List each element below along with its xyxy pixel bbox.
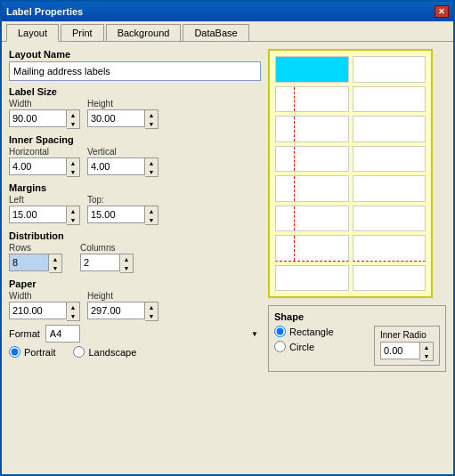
format-row: Format A4 A5 Letter Legal — [9, 325, 261, 343]
label-properties-window: Label Properties ✕ Layout Print Backgrou… — [0, 0, 455, 476]
left-label: Left — [9, 195, 80, 205]
layout-name-input[interactable] — [9, 61, 261, 81]
height-up-btn[interactable]: ▲ — [145, 110, 158, 119]
cols-up-btn[interactable]: ▲ — [120, 254, 133, 263]
inner-spacing-row: Horizontal ▲ ▼ Vertical — [9, 147, 261, 177]
rows-up-btn[interactable]: ▲ — [49, 254, 61, 263]
label-cell-3-1 — [275, 116, 349, 142]
label-size-row: Width ▲ ▼ Height — [9, 99, 261, 129]
top-spinner-btns: ▲ ▼ — [145, 206, 158, 225]
width-up-btn[interactable]: ▲ — [67, 110, 79, 119]
paper-width-up-btn[interactable]: ▲ — [67, 303, 79, 311]
width-field: Width ▲ ▼ — [9, 99, 80, 129]
paper-width-down-btn[interactable]: ▼ — [67, 311, 79, 320]
circle-label[interactable]: Circle — [289, 342, 314, 352]
label-cell-8-2 — [353, 265, 427, 292]
rectangle-radio[interactable] — [274, 326, 286, 337]
tab-database[interactable]: DataBase — [183, 24, 248, 41]
format-select-wrapper: A4 A5 Letter Legal — [45, 325, 261, 343]
label-cell-2-2 — [353, 86, 427, 113]
paper-width-input[interactable] — [9, 302, 67, 319]
v-spacing-input[interactable] — [87, 157, 145, 175]
cols-spinner: ▲ ▼ — [80, 254, 134, 273]
label-cell-5-1 — [275, 175, 349, 202]
top-input[interactable] — [87, 206, 145, 223]
tab-background[interactable]: Background — [106, 24, 182, 41]
cols-input[interactable] — [80, 254, 120, 271]
portrait-radio[interactable] — [9, 346, 20, 358]
margins-row: Left ▲ ▼ Top: — [9, 195, 261, 225]
inner-radio-up-btn[interactable]: ▲ — [420, 343, 433, 351]
paper-width-spinner: ▲ ▼ — [9, 302, 80, 321]
cols-down-btn[interactable]: ▼ — [120, 263, 133, 272]
label-cell-8-1 — [275, 265, 349, 292]
label-cell-4-1 — [275, 146, 349, 173]
inner-radio-box: Inner Radio ▲ ▼ — [374, 326, 440, 366]
rows-label: Rows — [9, 243, 62, 253]
h-spacing-field: Horizontal ▲ ▼ — [9, 147, 80, 177]
tab-layout[interactable]: Layout — [6, 24, 59, 42]
inner-radio-input[interactable] — [380, 342, 420, 359]
width-down-btn[interactable]: ▼ — [67, 119, 79, 128]
width-input[interactable] — [9, 109, 67, 127]
v-spacing-spinner-btns: ▲ ▼ — [145, 157, 158, 177]
paper-label: Paper — [9, 278, 261, 289]
format-select[interactable]: A4 A5 Letter Legal — [45, 325, 80, 343]
landscape-label[interactable]: Landscape — [88, 347, 136, 358]
cols-label: Columns — [80, 243, 134, 253]
layout-name-label: Layout Name — [9, 49, 261, 60]
right-panel: Shape Rectangle Circle Inner Radio — [268, 49, 446, 467]
h-spacing-down-btn[interactable]: ▼ — [67, 167, 79, 176]
portrait-label[interactable]: Portrait — [24, 347, 55, 358]
paper-height-input[interactable] — [87, 302, 145, 319]
paper-width-field: Width ▲ ▼ — [9, 291, 80, 321]
paper-width-spinner-btns: ▲ ▼ — [67, 302, 80, 321]
h-spacing-input[interactable] — [9, 157, 67, 175]
left-up-btn[interactable]: ▲ — [67, 206, 79, 215]
top-down-btn[interactable]: ▼ — [145, 215, 158, 224]
margins-section: Margins Left ▲ ▼ Top: — [9, 182, 261, 225]
label-cell-4-2 — [353, 146, 427, 173]
label-cell-1-2 — [353, 56, 427, 83]
rows-input[interactable] — [9, 254, 49, 271]
tab-bar: Layout Print Background DataBase — [2, 21, 453, 42]
paper-size-row: Width ▲ ▼ Height — [9, 291, 261, 321]
width-label: Width — [9, 99, 80, 109]
rows-down-btn[interactable]: ▼ — [49, 263, 61, 272]
label-cell-7-1 — [275, 235, 349, 262]
rows-field: Rows ▲ ▼ — [9, 243, 62, 273]
paper-height-down-btn[interactable]: ▼ — [145, 311, 158, 320]
content-area: Layout Name Label Size Width ▲ ▼ — [2, 42, 453, 474]
left-input[interactable] — [9, 206, 67, 223]
left-spinner: ▲ ▼ — [9, 206, 80, 225]
tab-print[interactable]: Print — [61, 24, 104, 41]
v-spacing-up-btn[interactable]: ▲ — [145, 158, 158, 167]
inner-radio-down-btn[interactable]: ▼ — [420, 351, 433, 360]
height-down-btn[interactable]: ▼ — [145, 119, 158, 128]
label-preview — [268, 49, 433, 298]
height-input[interactable] — [87, 109, 145, 127]
distribution-label: Distribution — [9, 230, 261, 241]
label-cell-6-1 — [275, 206, 349, 232]
height-spinner-btns: ▲ ▼ — [145, 109, 158, 129]
margins-label: Margins — [9, 182, 261, 193]
h-spacing-up-btn[interactable]: ▲ — [67, 158, 79, 167]
height-label: Height — [87, 99, 158, 109]
paper-height-spinner: ▲ ▼ — [87, 302, 158, 321]
distribution-section: Distribution Rows ▲ ▼ Columns — [9, 230, 261, 273]
paper-height-up-btn[interactable]: ▲ — [145, 303, 158, 311]
top-up-btn[interactable]: ▲ — [145, 206, 158, 215]
label-cell-5-2 — [353, 175, 427, 202]
rectangle-label[interactable]: Rectangle — [289, 327, 334, 337]
landscape-radio[interactable] — [73, 346, 85, 358]
inner-radio-spinner: ▲ ▼ — [380, 342, 434, 361]
paper-width-label: Width — [9, 291, 80, 301]
circle-radio[interactable] — [274, 341, 286, 352]
left-down-btn[interactable]: ▼ — [67, 215, 79, 224]
rectangle-radio-group: Rectangle — [274, 326, 334, 337]
close-button[interactable]: ✕ — [435, 5, 449, 18]
v-spacing-down-btn[interactable]: ▼ — [145, 167, 158, 176]
v-spacing-field: Vertical ▲ ▼ — [87, 147, 158, 177]
cols-spinner-btns: ▲ ▼ — [120, 254, 134, 273]
orientation-row: Portrait Landscape — [9, 346, 261, 358]
